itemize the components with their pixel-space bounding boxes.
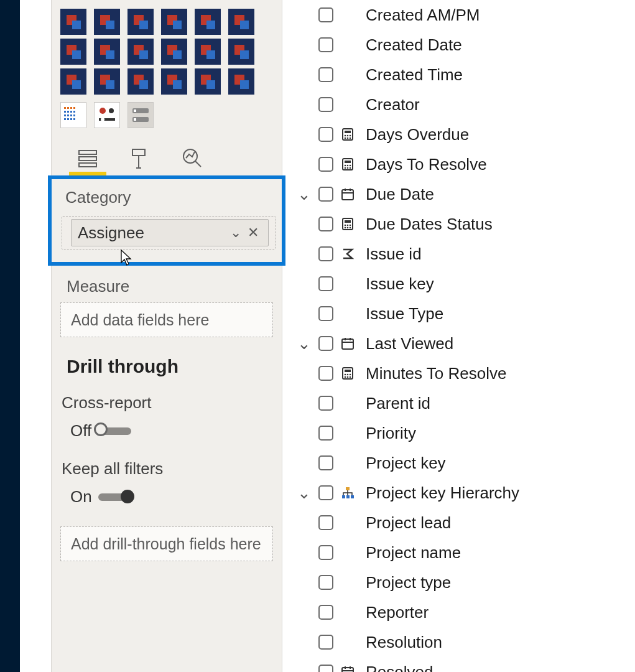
analytics-tab-button[interactable] <box>178 144 206 172</box>
keep-all-filters-toggle[interactable]: On <box>70 487 282 506</box>
field-name-label: Due Dates Status <box>366 215 493 234</box>
field-row[interactable]: Created AM/PM <box>282 0 635 30</box>
format-tab-button[interactable] <box>126 144 154 172</box>
field-row[interactable]: ⌄Project key Hierarchy <box>282 478 635 508</box>
category-field-well[interactable]: Assignee ⌄ ✕ <box>62 216 276 250</box>
field-checkbox[interactable] <box>318 67 333 82</box>
field-checkbox[interactable] <box>318 515 333 530</box>
sigma-icon <box>340 246 356 262</box>
expand-chevron-icon[interactable]: ⌄ <box>296 334 312 353</box>
field-checkbox[interactable] <box>318 635 333 650</box>
expand-chevron-icon[interactable]: ⌄ <box>296 663 312 673</box>
expand-chevron-icon[interactable]: ⌄ <box>296 185 312 204</box>
field-row[interactable]: ⌄Resolved <box>282 657 635 672</box>
viz-type-button[interactable] <box>127 9 154 35</box>
field-checkbox[interactable] <box>318 485 333 500</box>
svg-point-34 <box>347 135 349 137</box>
svg-rect-32 <box>345 131 351 133</box>
svg-line-30 <box>195 161 201 167</box>
field-row[interactable]: ⌄Last Viewed <box>282 329 635 358</box>
field-checkbox[interactable] <box>318 336 333 351</box>
field-checkbox[interactable] <box>318 246 333 261</box>
field-checkbox[interactable] <box>318 605 333 620</box>
field-checkbox[interactable] <box>318 187 333 202</box>
field-checkbox[interactable] <box>318 426 333 441</box>
viz-type-button[interactable] <box>60 39 86 65</box>
field-checkbox[interactable] <box>318 157 333 172</box>
svg-rect-73 <box>346 495 350 498</box>
field-checkbox[interactable] <box>318 37 333 52</box>
expand-chevron-icon[interactable]: ⌄ <box>296 483 312 503</box>
category-well-highlight: Category Assignee ⌄ ✕ <box>48 175 285 266</box>
viz-type-button[interactable] <box>94 9 120 35</box>
field-checkbox[interactable] <box>318 7 333 22</box>
field-row[interactable]: Project type <box>282 567 635 597</box>
field-row[interactable]: Project key <box>282 448 635 478</box>
field-checkbox[interactable] <box>318 455 333 470</box>
field-row[interactable]: Priority <box>282 418 635 448</box>
field-row[interactable]: Due Dates Status <box>282 209 635 239</box>
field-row[interactable]: Creator <box>282 90 635 119</box>
field-checkbox[interactable] <box>318 396 333 411</box>
viz-type-button[interactable] <box>60 102 86 128</box>
date-icon <box>340 186 356 202</box>
field-name-label: Priority <box>366 424 416 443</box>
field-row[interactable]: Resolution <box>282 627 635 657</box>
field-checkbox[interactable] <box>318 545 333 560</box>
viz-type-button[interactable] <box>127 68 154 95</box>
field-checkbox[interactable] <box>318 665 333 672</box>
viz-type-button[interactable] <box>94 39 120 65</box>
svg-rect-7 <box>73 111 75 113</box>
field-row[interactable]: Minutes To Resolve <box>282 358 635 388</box>
field-checkbox[interactable] <box>318 217 333 231</box>
chevron-down-icon[interactable]: ⌄ <box>227 225 244 241</box>
field-row[interactable]: Parent id <box>282 388 635 418</box>
viz-type-button[interactable] <box>60 9 86 35</box>
svg-point-57 <box>347 227 349 229</box>
viz-type-button[interactable] <box>195 68 221 95</box>
field-row[interactable]: Created Time <box>282 60 635 90</box>
viz-type-button[interactable] <box>60 68 86 95</box>
viz-type-button[interactable] <box>228 9 254 35</box>
keep-all-filters-label: Keep all filters <box>62 459 282 478</box>
drill-through-well[interactable]: Add drill-through fields here <box>60 526 273 561</box>
field-checkbox[interactable] <box>318 276 333 291</box>
field-row[interactable]: Issue id <box>282 239 635 269</box>
fields-tab-button[interactable] <box>74 144 101 172</box>
field-checkbox[interactable] <box>318 306 333 321</box>
field-checkbox[interactable] <box>318 127 333 142</box>
svg-point-38 <box>350 138 351 139</box>
field-row[interactable]: Created Date <box>282 30 635 60</box>
viz-type-button[interactable] <box>127 102 154 128</box>
viz-type-button[interactable] <box>228 39 254 65</box>
field-row[interactable]: Project name <box>282 538 635 567</box>
field-checkbox[interactable] <box>318 97 333 112</box>
svg-rect-12 <box>64 118 66 120</box>
field-row[interactable]: Issue Type <box>282 299 635 329</box>
cross-report-toggle[interactable]: Off <box>70 421 282 441</box>
field-row[interactable]: Reporter <box>282 597 635 627</box>
remove-field-icon[interactable]: ✕ <box>244 225 262 241</box>
viz-type-button[interactable] <box>161 9 187 35</box>
field-row[interactable]: Project lead <box>282 508 635 538</box>
viz-type-button[interactable] <box>195 9 221 35</box>
viz-type-button[interactable] <box>161 39 187 65</box>
viz-type-button[interactable] <box>161 68 187 95</box>
viz-type-button[interactable] <box>94 68 120 95</box>
field-checkbox[interactable] <box>318 575 333 590</box>
viz-type-button[interactable] <box>127 39 154 65</box>
viz-type-button[interactable] <box>94 102 120 128</box>
field-row[interactable]: Issue key <box>282 269 635 299</box>
viz-type-button[interactable] <box>228 68 254 95</box>
svg-point-19 <box>101 118 104 121</box>
viz-type-button[interactable] <box>195 39 221 65</box>
field-row[interactable]: Days Overdue <box>282 119 635 149</box>
hier-icon <box>340 485 356 501</box>
category-field-name: Assignee <box>78 223 227 243</box>
field-row[interactable]: ⌄Due Date <box>282 179 635 209</box>
measure-field-well[interactable]: Add data fields here <box>60 302 273 337</box>
field-checkbox[interactable] <box>318 366 333 381</box>
svg-rect-4 <box>64 111 66 113</box>
mouse-cursor-icon <box>120 249 132 266</box>
field-row[interactable]: Days To Resolve <box>282 149 635 179</box>
